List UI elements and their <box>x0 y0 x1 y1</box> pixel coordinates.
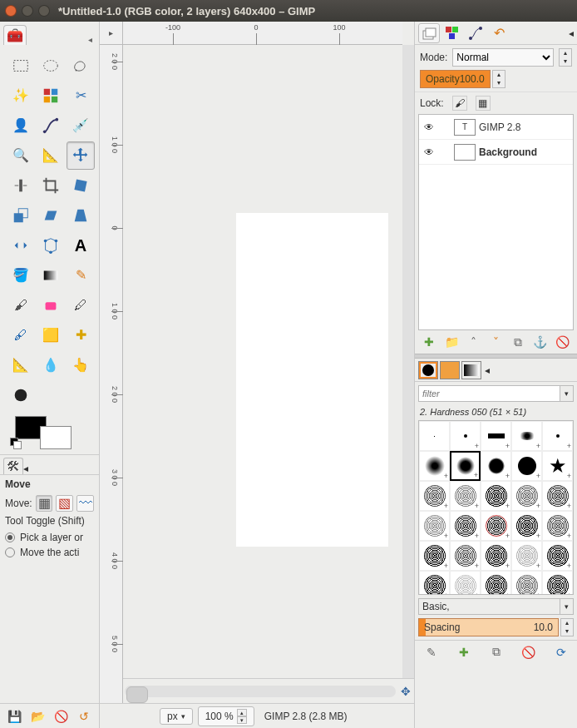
unit-selector[interactable]: px▾ <box>160 708 193 725</box>
canvas-viewport[interactable] <box>123 45 402 703</box>
radio-pick-layer[interactable]: Pick a layer or <box>5 530 94 545</box>
brush-item[interactable]: + <box>419 541 450 571</box>
tool-move[interactable] <box>67 141 95 170</box>
vertical-ruler[interactable]: 2 0 0 1 0 0 0 1 0 0 2 0 0 3 0 0 4 0 0 5 … <box>100 45 123 703</box>
brush-item[interactable]: + <box>450 481 481 511</box>
tool-eraser[interactable] <box>37 291 65 319</box>
mode-select[interactable]: Normal <box>452 48 554 67</box>
zoom-up[interactable]: ▴ <box>237 709 247 716</box>
tool-paintbrush[interactable]: 🖌 <box>7 291 35 319</box>
brush-item[interactable]: + <box>481 511 511 541</box>
horizontal-ruler[interactable]: -100 0 100 <box>123 22 402 45</box>
tool-rect-select[interactable] <box>7 52 35 80</box>
brush-item[interactable]: + <box>542 481 573 511</box>
layers-dock-menu-icon[interactable]: ◂ <box>569 27 574 39</box>
brush-item[interactable]: + <box>450 451 481 481</box>
brush-filter-input[interactable] <box>418 385 560 402</box>
brush-item[interactable]: + <box>481 481 511 511</box>
bg-color[interactable] <box>40 426 72 449</box>
visibility-toggle[interactable]: 👁 <box>422 121 436 133</box>
tool-perspective-clone[interactable]: 📐 <box>7 351 35 379</box>
brush-grid[interactable]: + + + + + + + + ★+ + + + + + + + + + + +… <box>418 420 574 595</box>
tool-blur[interactable]: 💧 <box>37 351 65 379</box>
tool-by-color-select[interactable] <box>37 82 65 110</box>
tool-paths[interactable] <box>37 111 65 140</box>
brush-category[interactable]: Basic, ▾ <box>418 598 574 615</box>
horizontal-scrollbar[interactable] <box>125 686 396 697</box>
layer-thumb[interactable]: T <box>454 119 476 136</box>
swap-default-colors[interactable] <box>10 438 20 446</box>
new-layer-icon[interactable]: ✚ <box>421 334 437 350</box>
window-maximize-button[interactable] <box>38 5 50 17</box>
brush-item[interactable]: + <box>511 421 542 451</box>
brush-item[interactable]: + <box>481 541 511 571</box>
brush-item[interactable]: + <box>511 481 542 511</box>
brush-item[interactable]: + <box>419 511 450 541</box>
save-options-icon[interactable]: 💾 <box>7 709 22 724</box>
delete-options-icon[interactable]: 🚫 <box>53 709 68 724</box>
toolbox-tab[interactable]: 🧰 <box>3 25 27 45</box>
layer-thumb[interactable] <box>454 144 476 161</box>
zoom-down[interactable]: ▾ <box>237 716 247 724</box>
tool-fuzzy-select[interactable]: ✨ <box>7 82 35 110</box>
brush-item[interactable]: + <box>511 511 542 541</box>
brush-item[interactable]: + <box>450 541 481 571</box>
brush-filter-dropdown[interactable]: ▾ <box>560 385 574 402</box>
tool-measure[interactable]: 📐 <box>37 141 65 170</box>
brush-item[interactable]: + <box>542 421 573 451</box>
tool-free-select[interactable] <box>67 52 95 80</box>
tool-shear[interactable] <box>37 201 65 230</box>
tool-ink[interactable]: 🖋 <box>7 321 35 349</box>
spacing-up[interactable]: ▴ <box>561 619 573 627</box>
chevron-down-icon[interactable]: ▾ <box>560 598 574 615</box>
duplicate-brush-icon[interactable]: ⧉ <box>488 644 505 661</box>
tool-airbrush[interactable]: 🖊 <box>67 291 95 319</box>
tool-clone[interactable]: 🟨 <box>37 321 65 349</box>
brush-item[interactable]: + <box>542 571 573 595</box>
brush-item[interactable]: + <box>481 421 511 451</box>
brush-item[interactable]: + <box>450 421 481 451</box>
opacity-down[interactable]: ▾ <box>493 79 505 87</box>
tab-undo[interactable]: ↶ <box>488 23 510 43</box>
tool-flip[interactable] <box>7 231 35 260</box>
tool-align[interactable] <box>7 171 35 200</box>
new-group-icon[interactable]: 📁 <box>443 334 460 350</box>
window-close-button[interactable] <box>5 5 17 17</box>
radio-move-active[interactable]: Move the acti <box>5 545 94 560</box>
tool-scale[interactable] <box>7 201 35 230</box>
tool-text[interactable]: A <box>67 231 95 260</box>
opacity-up[interactable]: ▴ <box>493 71 505 79</box>
spacing-down[interactable]: ▾ <box>561 627 573 636</box>
brush-item[interactable]: + <box>542 541 573 571</box>
ruler-origin[interactable]: ▸ <box>100 22 123 45</box>
brush-item[interactable]: + <box>511 451 542 481</box>
tool-ellipse-select[interactable] <box>37 52 65 80</box>
brush-item[interactable] <box>419 421 450 451</box>
tool-bucket-fill[interactable]: 🪣 <box>7 261 35 290</box>
edit-brush-icon[interactable]: ✎ <box>423 644 440 661</box>
spacing-slider[interactable]: Spacing 10.0 <box>418 618 559 636</box>
tool-foreground-select[interactable]: 👤 <box>7 111 35 140</box>
zoom-selector[interactable]: 100 % ▴▾ <box>198 706 254 726</box>
restore-options-icon[interactable]: 📂 <box>30 709 45 724</box>
tool-blend[interactable] <box>37 261 65 290</box>
tab-channels[interactable] <box>441 23 463 43</box>
tool-rotate[interactable] <box>67 171 95 200</box>
refresh-brushes-icon[interactable]: ⟳ <box>553 644 570 661</box>
layer-name[interactable]: Background <box>479 146 537 158</box>
lower-layer-icon[interactable]: ˅ <box>487 334 504 350</box>
duplicate-layer-icon[interactable]: ⧉ <box>510 334 526 350</box>
lock-alpha[interactable]: ▦ <box>476 96 491 111</box>
brush-item[interactable]: + <box>419 451 450 481</box>
tool-options-tab[interactable]: 🛠 <box>3 458 23 474</box>
brush-item[interactable]: + <box>481 451 511 481</box>
brush-item[interactable]: + <box>419 571 450 595</box>
tool-scissors[interactable]: ✂ <box>67 82 95 110</box>
move-mode-layer[interactable]: ▦ <box>36 495 53 512</box>
tool-perspective[interactable] <box>67 201 95 230</box>
window-minimize-button[interactable] <box>22 5 33 17</box>
toolbox-menu-arrow-icon[interactable]: ◂ <box>84 33 96 45</box>
tool-pencil[interactable]: ✎ <box>67 261 95 290</box>
layer-row[interactable]: 👁 T GIMP 2.8 <box>419 115 573 140</box>
tab-brushes[interactable] <box>418 361 438 379</box>
